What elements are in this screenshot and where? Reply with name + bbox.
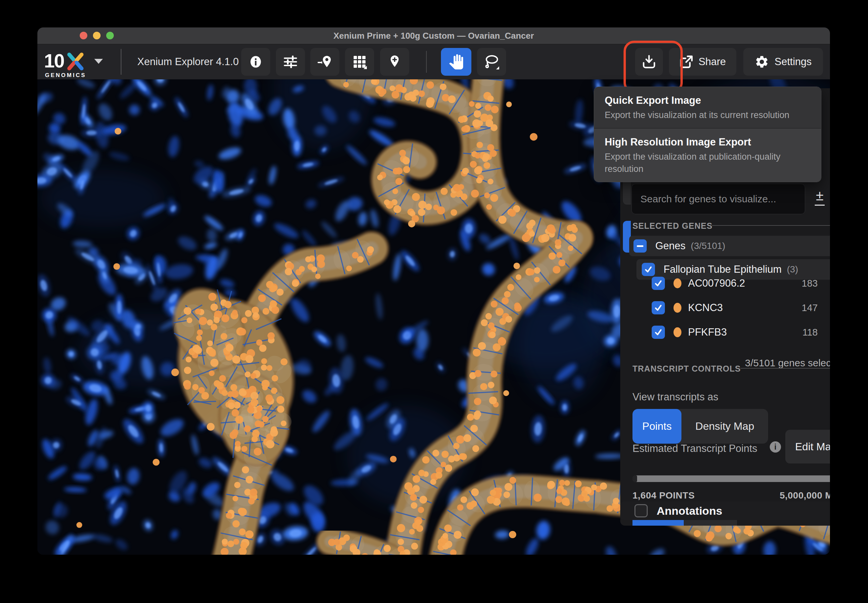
gene-color-swatch[interactable] [674, 327, 681, 337]
app-version-label: Xenium Explorer 4.1.0 [137, 44, 239, 79]
gene-count: 183 [802, 278, 818, 289]
subgroup-label: Fallopian Tube Epithelium [663, 263, 782, 275]
grid-view-icon [352, 54, 367, 70]
settings-label: Settings [774, 56, 811, 68]
share-label: Share [699, 56, 726, 68]
gene-search-box [631, 184, 805, 214]
menu-item-desc: Export the visualization at its current … [605, 109, 811, 121]
add-location-icon [387, 54, 402, 70]
adjustments-icon [282, 54, 298, 70]
add-location-button[interactable] [380, 48, 409, 76]
check-icon [654, 303, 663, 312]
points-max-label: 5,000,000 MAX [632, 490, 830, 501]
gene-row[interactable]: AC007906.2 183 [652, 274, 818, 292]
logo-dropdown-caret-icon[interactable] [94, 59, 103, 64]
check-icon [654, 328, 663, 337]
info-button[interactable] [241, 48, 270, 76]
check-icon [654, 279, 663, 288]
section-rule [712, 225, 830, 226]
annotations-bar[interactable]: Annotations [620, 501, 830, 520]
grid-view-button[interactable] [345, 48, 374, 76]
section-rule [740, 368, 830, 369]
app-window: Xenium Prime + 100g Custom — Ovarian_Can… [37, 28, 830, 555]
check-icon [644, 265, 653, 274]
indeterminate-mark [637, 245, 643, 247]
gene-name: AC007906.2 [688, 277, 745, 289]
menu-item-quick-export[interactable]: Quick Export Image Export the visualizat… [594, 87, 821, 128]
gene-checkbox-checked[interactable] [652, 277, 665, 290]
toolbar: 10 GENOMICS Xenium Explorer 4.1.0 [37, 44, 830, 79]
title-bar: Xenium Prime + 100g Custom — Ovarian_Can… [37, 28, 830, 44]
annotations-checkbox[interactable] [634, 504, 648, 517]
pan-tool-button[interactable] [441, 48, 471, 76]
gene-name: PFKFB3 [688, 326, 727, 338]
transcript-view-toggle: Points Density Map [632, 409, 768, 444]
lasso-tool-button[interactable] [477, 48, 506, 76]
gene-count: 118 [803, 327, 818, 338]
edit-max-button[interactable]: Edit Max [785, 430, 830, 464]
plus-minus-glyph: ± [811, 187, 828, 204]
genes-group-count: (3/5101) [691, 241, 725, 251]
menu-item-desc: Export the visualization at publication-… [605, 151, 811, 175]
genes-group-row[interactable]: Genes (3/5101) [629, 236, 830, 256]
settings-button[interactable]: Settings [743, 48, 823, 76]
subgroup-count: (3) [787, 264, 798, 275]
gene-count: 147 [802, 303, 818, 314]
gene-checkbox-checked[interactable] [652, 301, 665, 314]
annotations-label: Annotations [657, 504, 722, 517]
pan-hand-icon [448, 54, 464, 70]
gene-color-swatch[interactable] [674, 303, 681, 313]
selected-genes-header: SELECTED GENES [632, 221, 713, 231]
estimated-points-label: Estimated Transcript Points [632, 443, 757, 455]
go-to-location-icon [317, 54, 333, 70]
gene-search-input[interactable] [632, 184, 805, 214]
menu-item-title: Quick Export Image [605, 94, 811, 107]
highlight-annotation [623, 41, 683, 93]
toolbar-divider [121, 49, 121, 75]
lasso-icon [483, 54, 500, 70]
menu-item-title: High Resolution Image Export [605, 136, 811, 148]
window-title: Xenium Prime + 100g Custom — Ovarian_Can… [37, 28, 830, 44]
slider-thumb[interactable] [632, 475, 637, 482]
points-slider[interactable] [632, 475, 830, 482]
settings-gear-icon [755, 54, 769, 69]
gene-name: KCNC3 [688, 302, 723, 314]
gene-row[interactable]: KCNC3 147 [652, 298, 818, 317]
menu-item-high-res-export[interactable]: High Resolution Image Export Export the … [594, 128, 821, 182]
gene-color-swatch[interactable] [674, 278, 681, 288]
toggle-density-map[interactable]: Density Map [681, 409, 768, 444]
add-remove-genes-button[interactable]: ± [811, 187, 828, 210]
tenx-logo-genomics: GENOMICS [45, 72, 86, 79]
export-dropdown-menu: Quick Export Image Export the visualizat… [594, 87, 822, 182]
go-to-location-button[interactable] [310, 48, 339, 76]
toggle-points[interactable]: Points [632, 409, 681, 444]
tenx-logo-x-icon [66, 52, 85, 71]
display-settings-button[interactable] [276, 48, 305, 76]
genes-group-checkbox-indeterminate[interactable] [634, 240, 647, 252]
tool-separator [426, 51, 427, 73]
tenx-logo[interactable]: 10 [44, 49, 64, 72]
gene-row[interactable]: PFKFB3 118 [652, 323, 818, 342]
transcript-controls-header: TRANSCRIPT CONTROLS [632, 364, 741, 374]
plus-minus-underline [815, 205, 825, 206]
genes-group-label: Genes [655, 240, 685, 252]
gene-checkbox-checked[interactable] [652, 326, 665, 339]
view-transcripts-label: View transcripts as [632, 391, 718, 403]
info-icon [248, 54, 263, 69]
info-tooltip-icon[interactable]: i [770, 441, 781, 453]
